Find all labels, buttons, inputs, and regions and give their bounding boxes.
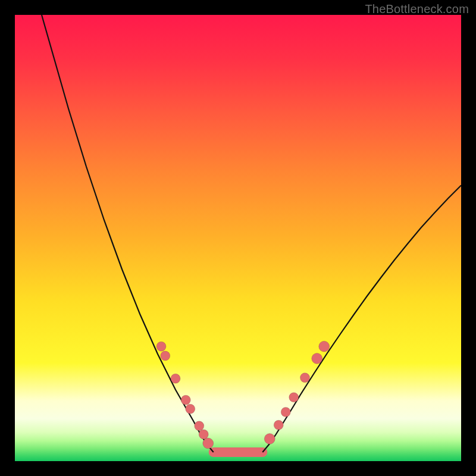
curve-marker-dot [319,341,330,352]
curve-marker-dot [156,342,166,351]
curve-marker-dot [203,438,214,449]
watermark-text: TheBottleneck.com [365,2,469,16]
curve-marker-dot [171,374,180,383]
bottleneck-curve-left [42,15,214,452]
curve-overlay [15,15,461,461]
curve-marker-dot [312,353,322,364]
chart-stage: TheBottleneck.com [0,0,476,476]
curve-marker-dot [300,373,310,383]
curve-marker-dot [264,434,275,444]
curve-marker-dot [186,404,195,414]
curve-marker-dot [281,408,290,417]
curve-marker-dot [161,351,170,361]
curve-marker-dot [274,420,283,430]
curve-marker-dot [289,393,299,402]
plot-area [15,15,461,461]
curve-marker-dot [195,421,204,431]
curve-marker-dot [199,430,208,439]
bottleneck-curve-right [262,186,461,453]
curve-marker-dot [181,395,190,405]
